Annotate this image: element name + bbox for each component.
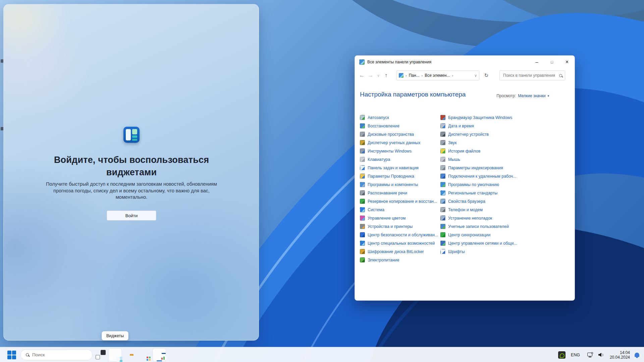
control-panel-item[interactable]: Дисковые пространства xyxy=(360,130,440,138)
start-button[interactable] xyxy=(7,351,16,359)
volume-icon[interactable] xyxy=(598,353,604,357)
control-panel-item[interactable]: Клавиатура xyxy=(360,155,440,164)
control-panel-item-label: Программы по умолчанию xyxy=(448,182,499,187)
control-panel-item[interactable]: Центр безопасности и обслуживан... xyxy=(360,231,440,239)
taskbar-navigation-icon xyxy=(360,165,365,170)
breadcrumb-item-control-panel[interactable]: Пан... xyxy=(409,73,420,78)
breadcrumb[interactable]: › Пан... › Все элемен... › ∨ xyxy=(396,70,479,80)
clock[interactable]: 14:04 20.04.2024 xyxy=(610,350,630,360)
control-panel-item[interactable]: Распознавание речи xyxy=(360,189,440,197)
control-panel-item-label: Региональные стандарты xyxy=(448,191,497,195)
control-panel-item-label: Резервное копирование и восстан... xyxy=(368,199,437,204)
control-panel-item[interactable]: Электропитание xyxy=(360,256,440,264)
up-button[interactable]: ↑ xyxy=(382,71,390,80)
control-panel-item[interactable]: Управление цветом xyxy=(360,214,440,222)
control-panel-item[interactable]: Диспетчер учетных данных xyxy=(360,138,440,147)
microsoft-store-button[interactable] xyxy=(138,348,151,362)
control-panel-item[interactable]: Региональные стандарты xyxy=(440,189,521,197)
items-column-left: АвтозапускВосстановлениеДисковые простра… xyxy=(360,113,440,264)
widgets-signin-button[interactable]: Войти xyxy=(107,210,156,221)
control-panel-item[interactable]: Свойства браузера xyxy=(440,197,521,205)
control-panel-item[interactable]: Резервное копирование и восстан... xyxy=(360,197,440,205)
security-maintenance-icon xyxy=(360,232,365,237)
recovery-icon xyxy=(360,123,365,128)
nvidia-tray-icon[interactable] xyxy=(558,351,566,359)
control-panel-item[interactable]: Инструменты Windows xyxy=(360,147,440,155)
notifications-bell-icon[interactable] xyxy=(635,353,639,357)
control-panel-item-label: Параметры индексирования xyxy=(448,166,503,170)
credential-manager-icon xyxy=(360,140,365,145)
close-button[interactable]: × xyxy=(559,56,575,68)
control-panel-window: Все элементы панели управления – □ × ← →… xyxy=(355,55,575,301)
control-panel-item[interactable]: Система xyxy=(360,205,440,214)
search-icon xyxy=(26,353,29,356)
control-panel-item-label: Шрифты xyxy=(448,249,465,254)
breadcrumb-item-all-items[interactable]: Все элемен... xyxy=(425,73,450,78)
refresh-button[interactable]: ↻ xyxy=(482,71,491,80)
control-panel-item[interactable]: Центр специальных возможностей xyxy=(360,239,440,247)
control-panel-item-label: Панель задач и навигация xyxy=(368,166,419,170)
control-panel-item-label: Телефон и модем xyxy=(448,207,483,212)
control-panel-item[interactable]: Панель задач и навигация xyxy=(360,164,440,172)
items-column-right: Брандмауэр Защитника WindowsДата и время… xyxy=(440,113,521,264)
breadcrumb-separator-icon: › xyxy=(406,73,407,77)
file-history-icon xyxy=(440,148,445,154)
taskbar-search-input[interactable] xyxy=(32,352,92,357)
control-panel-item[interactable]: Мышь xyxy=(440,155,521,164)
control-panel-item[interactable]: Шрифты xyxy=(440,247,521,256)
control-panel-item[interactable]: Устранение неполадок xyxy=(440,214,521,222)
maximize-button[interactable]: □ xyxy=(544,56,559,68)
language-indicator[interactable]: ENG xyxy=(571,353,580,357)
control-panel-item[interactable]: Восстановление xyxy=(360,122,440,130)
control-panel-item[interactable]: Диспетчер устройств xyxy=(440,130,521,138)
widgets-tooltip: Виджеты xyxy=(102,331,128,341)
view-by-value[interactable]: Мелкие значки xyxy=(518,94,545,98)
window-titlebar[interactable]: Все элементы панели управления – □ × xyxy=(355,56,575,68)
control-panel-item[interactable]: Параметры Проводника xyxy=(360,172,440,180)
control-panel-item[interactable]: История файлов xyxy=(440,147,521,155)
network-icon[interactable] xyxy=(587,352,593,357)
address-dropdown-icon[interactable]: ∨ xyxy=(474,73,477,78)
forward-button[interactable]: → xyxy=(366,71,375,80)
control-panel-item[interactable]: Центр управления сетями и общи... xyxy=(440,239,521,247)
breadcrumb-separator-icon: › xyxy=(452,73,453,77)
control-panel-searchbox[interactable] xyxy=(499,70,565,80)
widgets-panel: Войдите, чтобы воспользоваться виджетами… xyxy=(3,4,259,341)
file-explorer-button[interactable] xyxy=(123,348,137,362)
control-panel-item[interactable]: Центр синхронизации xyxy=(440,231,521,239)
troubleshooting-icon xyxy=(440,216,445,221)
minimize-button[interactable]: – xyxy=(529,56,544,68)
taskbar-searchbox[interactable] xyxy=(20,349,93,360)
control-panel-item[interactable]: Дата и время xyxy=(440,122,521,130)
control-panel-item-label: Дисковые пространства xyxy=(368,132,414,137)
system-icon xyxy=(360,207,365,212)
view-by-dropdown-icon[interactable]: ▾ xyxy=(547,94,549,98)
control-panel-item[interactable]: Программы по умолчанию xyxy=(440,180,521,189)
control-panel-search-input[interactable] xyxy=(503,73,559,78)
internet-options-icon xyxy=(440,199,445,204)
control-panel-item[interactable]: Шифрование диска BitLocker xyxy=(360,247,440,256)
control-panel-item[interactable]: Подключения к удаленным рабоч... xyxy=(440,172,521,180)
control-panel-item-label: Электропитание xyxy=(368,258,399,262)
control-panel-item[interactable]: Учетные записи пользователей xyxy=(440,222,521,231)
task-view-button[interactable] xyxy=(94,348,107,362)
control-panel-item[interactable]: Автозапуск xyxy=(360,113,440,122)
autoplay-icon xyxy=(360,115,365,120)
widgets-taskbar-button[interactable] xyxy=(108,348,122,362)
control-panel-item[interactable]: Брандмауэр Защитника Windows xyxy=(440,113,521,122)
control-panel-item-label: Подключения к удаленным рабоч... xyxy=(448,174,517,179)
control-panel-item[interactable]: Телефон и модем xyxy=(440,205,521,214)
recent-pages-dropdown-icon[interactable]: ∨ xyxy=(375,71,382,80)
control-panel-item[interactable]: Программы и компоненты xyxy=(360,180,440,189)
control-panel-taskbar-button[interactable] xyxy=(153,348,166,362)
taskbar: ENG 14:04 20.04.2024 xyxy=(0,347,644,362)
control-panel-app-icon xyxy=(359,59,365,65)
control-panel-item-label: Центр безопасности и обслуживан... xyxy=(368,233,438,237)
control-panel-item[interactable]: Звук xyxy=(440,138,521,147)
date-time-icon xyxy=(440,123,445,128)
back-button[interactable]: ← xyxy=(358,71,366,80)
control-panel-item[interactable]: Устройства и принтеры xyxy=(360,222,440,231)
region-icon xyxy=(440,190,445,195)
tray-time: 14:04 xyxy=(610,350,630,355)
control-panel-item[interactable]: Параметры индексирования xyxy=(440,164,521,172)
